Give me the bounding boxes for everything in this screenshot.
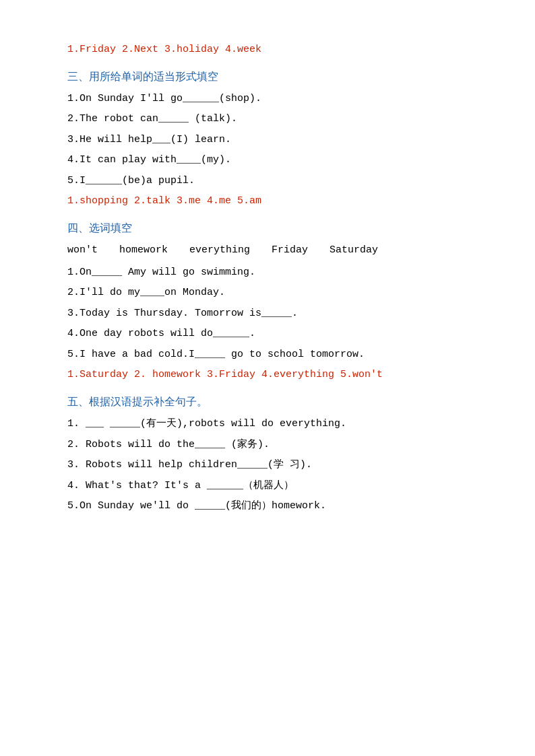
section3-line-3: 3.He will help___(I) learn. [67,131,481,150]
word-1: won't [67,241,98,261]
section4-line-3: 3.Today is Thursday. Tomorrow is_____. [67,304,481,324]
answer-line-1: 1.Friday 2.Next 3.holiday 4.week [67,40,481,60]
word-bank: won't homework everything Friday Saturda… [67,241,481,261]
section3-content: 1.On Sunday I'll go______(shop). 2.The r… [67,90,481,191]
word-3: everything [189,241,250,261]
section5-content: 1. ___ _____(有一天),robots will do everyth… [67,415,481,516]
section3-line-2: 2.The robot can_____ (talk). [67,110,481,129]
section4-content: 1.On_____ Amy will go swimming. 2.I'll d… [67,263,481,365]
word-5: Saturday [329,241,378,261]
section3-line-1: 1.On Sunday I'll go______(shop). [67,90,481,109]
section3-line-5: 5.I______(be)a pupil. [67,172,481,191]
section4-line-2: 2.I'll do my____on Monday. [67,283,481,303]
answer-line-3: 1.Saturday 2. homework 3.Friday 4.everyt… [67,366,481,385]
section5-line-2: 2. Robots will do the_____ (家务). [67,436,481,455]
word-2: homework [119,241,168,261]
section5-line-4: 4. What's that? It's a ______（机器人） [67,477,481,496]
section5-header: 五、根据汉语提示补全句子。 [67,392,481,412]
section4-line-1: 1.On_____ Amy will go swimming. [67,263,481,283]
section3-line-4: 4.It can play with____(my). [67,151,481,170]
answer-line-2: 1.shopping 2.talk 3.me 4.me 5.am [67,192,481,211]
word-4: Friday [272,241,308,261]
section5-line-5: 5.On Sunday we'll do _____(我们的）homework. [67,497,481,516]
section3-header: 三、用所给单词的适当形式填空 [67,67,481,87]
section5-line-3: 3. Robots will help children_____(学 习). [67,456,481,475]
section4-line-5: 5.I have a bad cold.I_____ go to school … [67,345,481,365]
section4-header: 四、选词填空 [67,218,481,238]
section4-line-4: 4.One day robots will do______. [67,324,481,344]
section5-line-1: 1. ___ _____(有一天),robots will do everyth… [67,415,481,434]
